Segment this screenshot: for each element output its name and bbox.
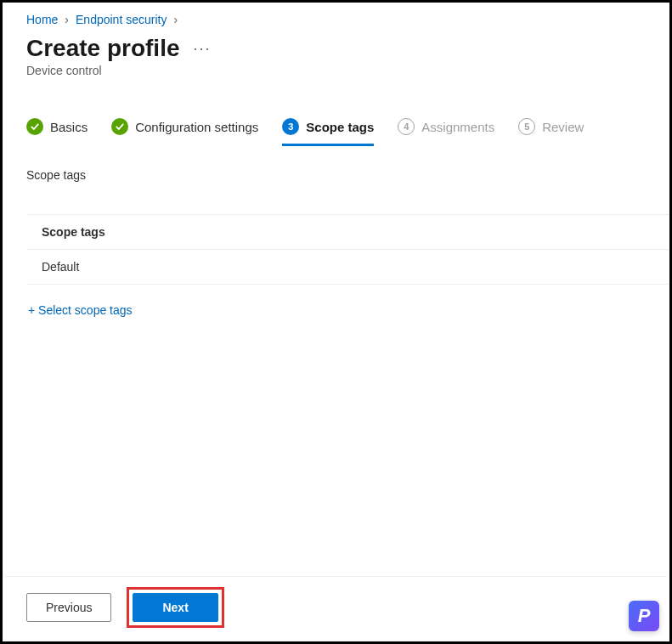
step-number-icon: 3	[282, 118, 299, 135]
previous-button[interactable]: Previous	[26, 593, 111, 622]
chevron-right-icon: ›	[173, 13, 178, 26]
breadcrumb-endpoint-security[interactable]: Endpoint security	[76, 13, 167, 26]
step-label: Scope tags	[306, 120, 374, 134]
step-label: Basics	[50, 120, 88, 134]
page-subtitle: Device control	[26, 64, 669, 77]
checkmark-icon	[26, 118, 43, 135]
checkmark-icon	[111, 118, 128, 135]
wizard-steps: Basics Configuration settings 3 Scope ta…	[26, 118, 669, 151]
table-row[interactable]: Default	[26, 250, 669, 285]
scope-tags-table: Scope tags Default	[26, 214, 669, 285]
step-label: Assignments	[421, 120, 494, 134]
step-label: Review	[542, 120, 584, 134]
step-label: Configuration settings	[135, 120, 258, 134]
footer-actions: Previous Next	[26, 587, 224, 628]
select-scope-tags-link[interactable]: + Select scope tags	[28, 303, 669, 317]
brand-logo: P	[629, 601, 659, 631]
section-heading: Scope tags	[26, 168, 669, 182]
step-assignments[interactable]: 4 Assignments	[398, 118, 494, 146]
next-button[interactable]: Next	[133, 593, 217, 622]
chevron-right-icon: ›	[65, 13, 69, 26]
table-header: Scope tags	[26, 215, 669, 250]
step-configuration-settings[interactable]: Configuration settings	[111, 118, 258, 146]
page-title: Create profile	[26, 35, 180, 62]
breadcrumb: Home › Endpoint security ›	[26, 13, 669, 26]
step-basics[interactable]: Basics	[26, 118, 88, 146]
more-actions-button[interactable]: ···	[194, 40, 212, 58]
annotation-highlight: Next	[127, 587, 223, 628]
breadcrumb-home[interactable]: Home	[26, 13, 58, 26]
footer-divider	[5, 576, 667, 577]
step-review[interactable]: 5 Review	[518, 118, 584, 146]
step-number-icon: 4	[398, 118, 415, 135]
step-number-icon: 5	[518, 118, 535, 135]
step-scope-tags[interactable]: 3 Scope tags	[282, 118, 374, 146]
